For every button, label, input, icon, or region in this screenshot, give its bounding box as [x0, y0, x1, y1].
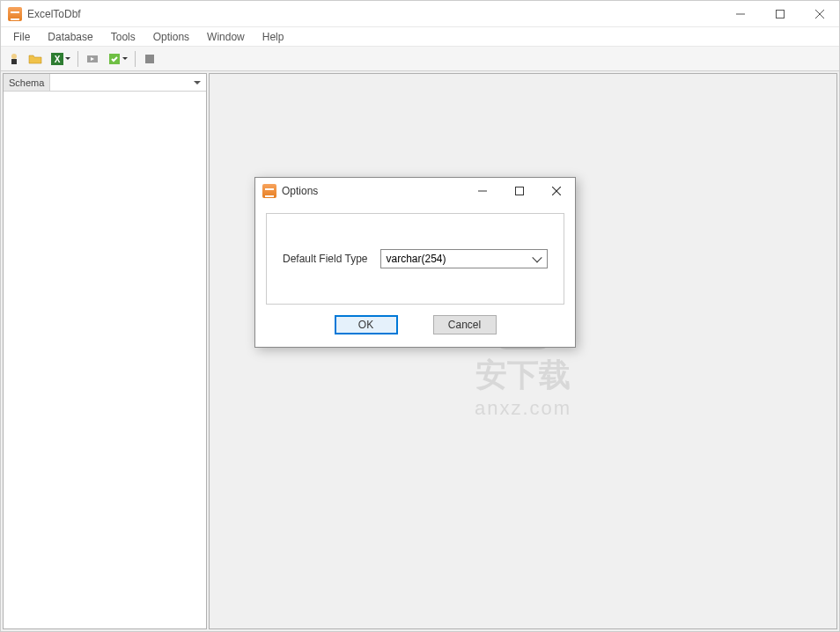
svg-rect-13	[516, 187, 524, 195]
default-field-type-value: varchar(254)	[387, 253, 446, 265]
svg-point-4	[11, 54, 17, 59]
svg-rect-5	[11, 59, 17, 64]
watermark-cn: 安下载	[475, 354, 571, 397]
main-content-area: 安下载 anxz.com	[209, 73, 837, 629]
cancel-button[interactable]: Cancel	[433, 315, 497, 334]
svg-rect-1	[776, 10, 784, 18]
chevron-down-icon	[122, 57, 128, 60]
dialog-buttons: OK Cancel	[266, 305, 564, 336]
dialog-title: Options	[282, 185, 464, 197]
dialog-titlebar[interactable]: Options	[255, 178, 575, 204]
task-icon[interactable]	[104, 49, 130, 69]
schema-sidebar: Schema	[3, 73, 207, 629]
wizard-icon[interactable]	[4, 49, 24, 69]
watermark-en: anxz.com	[475, 397, 571, 420]
dialog-maximize-button[interactable]	[501, 179, 538, 204]
ok-button[interactable]: OK	[335, 315, 398, 334]
dialog-minimize-button[interactable]	[464, 179, 501, 204]
maximize-button[interactable]	[760, 1, 799, 26]
window-controls	[720, 1, 839, 26]
toolbar-separator	[77, 51, 78, 67]
dialog-body: Default Field Type varchar(254) OK Cance…	[255, 204, 575, 347]
schema-label: Schema	[4, 74, 50, 91]
sidebar-header: Schema	[4, 74, 206, 92]
menubar: File Database Tools Options Window Help	[1, 27, 839, 47]
default-field-type-dropdown[interactable]: varchar(254)	[380, 249, 549, 268]
workspace: Schema 安下载 anxz.com	[1, 71, 839, 631]
menu-help[interactable]: Help	[254, 29, 293, 45]
menu-database[interactable]: Database	[39, 29, 101, 45]
schema-dropdown[interactable]	[50, 74, 206, 91]
run-icon[interactable]	[83, 49, 102, 69]
dialog-close-button[interactable]	[538, 179, 575, 204]
dialog-icon	[262, 184, 276, 198]
menu-file[interactable]: File	[4, 29, 39, 45]
dialog-window-controls	[464, 179, 575, 204]
menu-tools[interactable]: Tools	[102, 29, 144, 45]
open-icon[interactable]	[26, 49, 45, 69]
stop-icon[interactable]	[140, 49, 159, 69]
svg-rect-11	[145, 55, 154, 63]
toolbar: X	[1, 47, 839, 71]
excel-icon[interactable]: X	[47, 49, 73, 69]
menu-options[interactable]: Options	[144, 29, 198, 45]
options-groupbox: Default Field Type varchar(254)	[266, 213, 564, 305]
close-button[interactable]	[799, 1, 839, 26]
main-titlebar: ExcelToDbf	[1, 1, 839, 27]
minimize-button[interactable]	[720, 1, 760, 26]
default-field-type-label: Default Field Type	[283, 253, 368, 265]
app-title: ExcelToDbf	[27, 8, 720, 20]
options-dialog: Options Default Field Type varchar(254) …	[254, 177, 576, 348]
chevron-down-icon	[65, 57, 70, 60]
toolbar-separator	[135, 51, 136, 67]
app-icon	[8, 7, 22, 21]
svg-text:X: X	[54, 55, 60, 64]
menu-window[interactable]: Window	[198, 29, 254, 45]
